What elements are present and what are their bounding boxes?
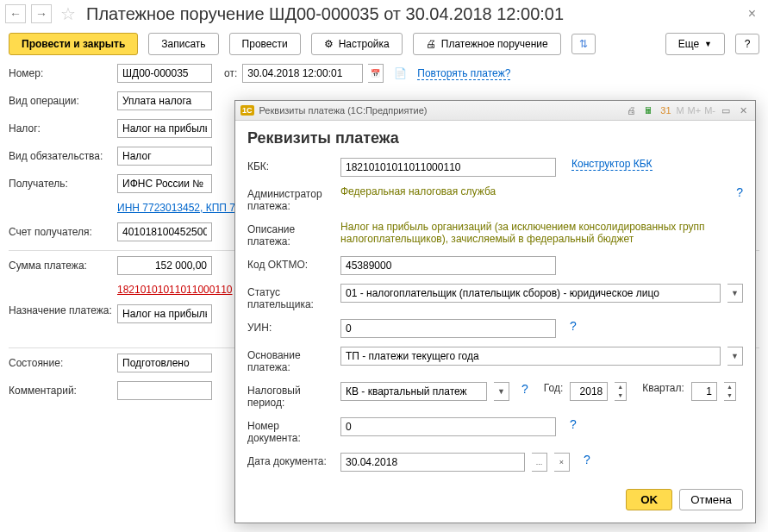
- number-input[interactable]: [117, 64, 212, 83]
- nav-forward-button[interactable]: →: [31, 4, 52, 23]
- basis-dropdown-icon[interactable]: ▼: [727, 347, 743, 366]
- print-payment-order-button[interactable]: 🖨 Платежное поручение: [413, 33, 561, 55]
- kbk-label: КБК:: [247, 158, 334, 172]
- state-input[interactable]: [117, 354, 212, 372]
- repeat-payment-link[interactable]: Повторять платеж?: [417, 67, 510, 80]
- document-icon[interactable]: 📄: [394, 67, 407, 79]
- docdate-input[interactable]: [340, 453, 525, 472]
- calendar-tb-icon[interactable]: 31: [659, 103, 672, 117]
- comment-input[interactable]: [117, 381, 212, 400]
- gear-icon: ⚙: [324, 38, 334, 50]
- post-and-close-button[interactable]: Провести и закрыть: [9, 33, 138, 55]
- uin-help-icon[interactable]: ?: [570, 319, 577, 333]
- docnum-input[interactable]: [340, 417, 556, 436]
- kbk-input[interactable]: [340, 158, 556, 177]
- docdate-picker-icon[interactable]: ...: [532, 453, 547, 472]
- settings-button[interactable]: ⚙ Настройка: [311, 33, 403, 55]
- payment-details-dialog: 1C Реквизиты платежа (1С:Предприятие) 🖨 …: [234, 100, 756, 523]
- oktmo-label: Код ОКТМО:: [247, 256, 334, 271]
- period-help-icon[interactable]: ?: [521, 382, 528, 396]
- state-label: Состояние:: [9, 357, 112, 369]
- desc-value: Налог на прибыль организаций (за исключе…: [340, 221, 743, 245]
- date-input[interactable]: [242, 64, 363, 83]
- uin-input[interactable]: [340, 319, 556, 338]
- tax-label: Налог:: [9, 122, 112, 135]
- docnum-help-icon[interactable]: ?: [570, 417, 577, 431]
- admin-help-icon[interactable]: ?: [736, 185, 743, 199]
- tax-period-dropdown-icon[interactable]: ▼: [494, 382, 509, 401]
- memory-buttons: M M+ M-: [676, 105, 715, 116]
- amount-input[interactable]: [117, 256, 212, 275]
- nav-back-button[interactable]: ←: [5, 4, 26, 23]
- oktmo-input[interactable]: [340, 256, 556, 275]
- post-button[interactable]: Провести: [229, 33, 301, 55]
- obligation-input[interactable]: [117, 147, 212, 166]
- docdate-help-icon[interactable]: ?: [584, 453, 590, 466]
- quarter-spinner[interactable]: ▲▼: [724, 382, 736, 401]
- recipient-input[interactable]: [117, 174, 212, 193]
- minimize-icon[interactable]: ▭: [719, 103, 733, 117]
- kbk-constructor-link[interactable]: Конструктор КБК: [571, 158, 652, 171]
- print-label: Платежное поручение: [441, 38, 548, 50]
- number-label: Номер:: [9, 67, 112, 79]
- m-button[interactable]: M: [676, 105, 684, 116]
- structure-button[interactable]: ⇅: [571, 34, 596, 54]
- quarter-label: Квартал:: [642, 382, 684, 394]
- docnum-label: Номер документа:: [247, 417, 334, 444]
- operation-type-input[interactable]: [117, 91, 212, 110]
- m-minus-button[interactable]: M-: [704, 105, 715, 116]
- tax-period-label: Налоговый период:: [247, 382, 334, 409]
- year-input[interactable]: [570, 382, 608, 401]
- more-button[interactable]: Еще ▼: [665, 33, 725, 55]
- docdate-label: Дата документа:: [247, 453, 334, 467]
- cancel-button[interactable]: Отмена: [679, 489, 743, 510]
- dialog-heading: Реквизиты платежа: [247, 129, 743, 147]
- favorite-star-icon[interactable]: ☆: [60, 3, 76, 24]
- operation-type-label: Вид операции:: [9, 95, 112, 107]
- date-label: от:: [224, 67, 237, 79]
- chevron-down-icon: ▼: [704, 40, 712, 48]
- desc-label: Описание платежа:: [247, 221, 334, 247]
- more-label: Еще: [678, 38, 699, 50]
- app-1c-icon: 1C: [240, 105, 254, 116]
- settings-label: Настройка: [339, 38, 390, 50]
- docdate-clear-icon[interactable]: ×: [554, 453, 570, 472]
- kbk-link[interactable]: 18210101011011000110: [117, 284, 232, 296]
- admin-value: Федеральная налоговая служба: [340, 185, 496, 197]
- calculator-icon[interactable]: 🖩: [641, 103, 655, 117]
- payer-status-label: Статус плательщика:: [247, 284, 334, 310]
- year-spinner[interactable]: ▲▼: [615, 382, 627, 401]
- quarter-input[interactable]: [691, 382, 717, 401]
- m-plus-button[interactable]: M+: [688, 105, 702, 116]
- ok-button[interactable]: OK: [626, 489, 672, 510]
- page-title: Платежное поручение ШД00-000035 от 30.04…: [86, 4, 736, 24]
- close-icon[interactable]: ×: [741, 6, 763, 22]
- admin-label: Администратор платежа:: [247, 185, 334, 212]
- printer-icon: 🖨: [426, 38, 436, 50]
- help-button[interactable]: ?: [735, 34, 759, 54]
- uin-label: УИН:: [247, 319, 334, 334]
- calendar-icon[interactable]: 📅: [368, 64, 384, 83]
- tax-period-input[interactable]: [340, 382, 487, 401]
- purpose-label: Назначение платежа:: [9, 304, 112, 316]
- recipient-label: Получатель:: [9, 178, 112, 190]
- year-label: Год:: [544, 382, 563, 394]
- payer-status-input[interactable]: [340, 284, 721, 303]
- basis-label: Основание платежа:: [247, 347, 334, 373]
- print-icon[interactable]: 🖨: [624, 103, 638, 117]
- tax-input[interactable]: [117, 119, 212, 138]
- payer-status-dropdown-icon[interactable]: ▼: [727, 284, 743, 303]
- save-button[interactable]: Записать: [148, 33, 218, 55]
- comment-label: Комментарий:: [9, 385, 112, 397]
- basis-input[interactable]: [340, 347, 721, 366]
- account-input[interactable]: [117, 222, 212, 241]
- purpose-input[interactable]: [117, 304, 212, 323]
- account-label: Счет получателя:: [9, 226, 112, 238]
- obligation-label: Вид обязательства:: [9, 150, 112, 162]
- dialog-close-icon[interactable]: ✕: [736, 103, 750, 117]
- amount-label: Сумма платежа:: [9, 260, 112, 272]
- dialog-window-title: Реквизиты платежа (1С:Предприятие): [259, 105, 428, 116]
